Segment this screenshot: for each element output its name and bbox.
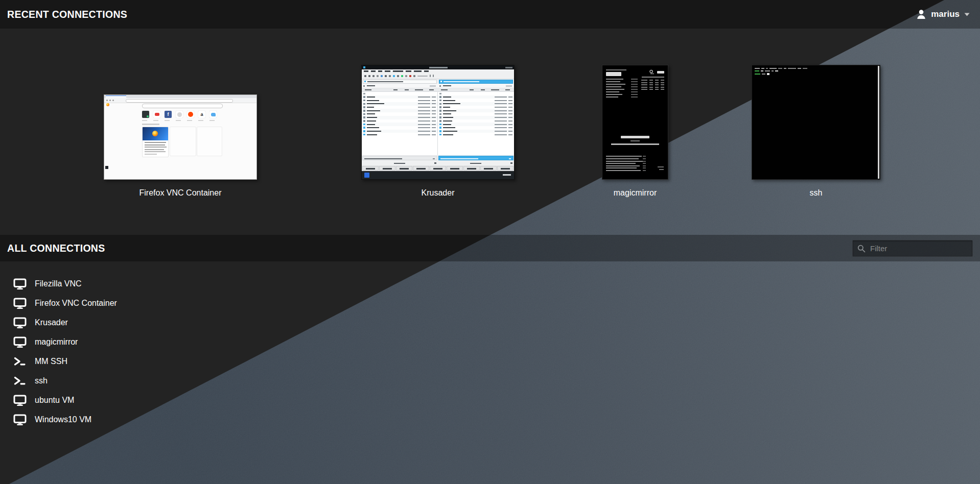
decor	[438, 92, 514, 155]
decor	[367, 131, 381, 132]
decor	[418, 127, 430, 128]
decor	[418, 113, 430, 114]
decor	[367, 81, 403, 82]
decor	[14, 318, 26, 326]
top-bar: RECENT CONNECTIONS marius	[0, 0, 980, 29]
decor	[17, 424, 23, 425]
decor	[177, 112, 182, 117]
decor	[439, 110, 441, 112]
decor	[363, 130, 365, 132]
decor	[15, 358, 20, 365]
decor	[377, 75, 379, 77]
decor	[363, 103, 365, 105]
recent-connection-magicmirror[interactable]: magicmirror	[602, 65, 668, 180]
connection-item-ubuntu-vm[interactable]: ubuntu VM	[0, 391, 89, 410]
decor	[365, 89, 371, 90]
decor	[362, 116, 437, 119]
decor	[438, 102, 514, 106]
decor	[147, 115, 149, 117]
decor	[775, 70, 778, 71]
connection-item-filezilla-vnc[interactable]: Filezilla VNC	[0, 274, 97, 294]
decor	[416, 168, 426, 170]
connection-item-magicmirror[interactable]: magicmirror	[0, 332, 93, 352]
decor: a	[198, 111, 205, 118]
decor	[188, 112, 193, 117]
decor	[18, 326, 21, 327]
decor	[367, 117, 377, 118]
decor	[362, 92, 438, 155]
decor	[606, 69, 638, 98]
decor	[443, 127, 455, 128]
decor	[755, 68, 807, 69]
decor	[965, 13, 970, 16]
firefox-logo-icon	[106, 103, 109, 106]
recent-connection-ssh[interactable]: ssh	[752, 65, 880, 180]
decor	[145, 147, 167, 148]
connection-item-ssh[interactable]: ssh	[0, 371, 63, 391]
decor	[362, 65, 514, 69]
decor	[415, 89, 423, 90]
decor	[367, 107, 374, 108]
connection-item-krusader[interactable]: Krusader	[0, 313, 83, 332]
decor	[606, 86, 621, 87]
decor	[862, 249, 865, 252]
decor	[470, 163, 481, 164]
decor	[105, 166, 108, 169]
connection-item-windows10-vm[interactable]: Windows10 VM	[0, 410, 107, 429]
decor	[394, 163, 405, 164]
connection-item-firefox-vnc-container[interactable]: Firefox VNC Container	[0, 294, 132, 313]
user-menu-button[interactable]: marius	[913, 9, 973, 20]
decor	[362, 84, 438, 88]
decor	[503, 174, 511, 176]
decor	[438, 84, 514, 88]
connection-item-mm-ssh[interactable]: MM SSH	[0, 352, 83, 371]
connection-name: ssh	[709, 188, 923, 198]
decor	[643, 165, 646, 166]
decor	[439, 85, 441, 87]
decor	[606, 165, 646, 166]
decor	[362, 133, 437, 136]
browser-highlight-card	[142, 127, 169, 157]
decor	[643, 156, 646, 157]
decor	[17, 327, 23, 328]
recent-connection-firefox-vnc-container[interactable]: f a Firefox VNC Container	[104, 94, 257, 180]
decor	[18, 287, 21, 288]
decor	[631, 96, 638, 98]
decor	[363, 93, 365, 95]
filter-input[interactable]	[852, 240, 973, 257]
decor	[661, 82, 664, 83]
decor	[400, 168, 409, 170]
decor	[367, 85, 375, 86]
decor	[649, 80, 653, 81]
decor	[367, 100, 379, 101]
decor	[211, 113, 216, 116]
decor	[104, 98, 256, 103]
decor	[363, 80, 437, 84]
section-title: ALL CONNECTIONS	[7, 243, 105, 254]
decor	[176, 111, 183, 118]
recent-connection-krusader[interactable]: Krusader	[361, 65, 515, 180]
decor	[606, 158, 639, 159]
decor	[142, 124, 159, 125]
decor	[434, 162, 436, 164]
decor	[378, 70, 382, 72]
decor	[439, 93, 441, 95]
terminal-icon	[13, 376, 27, 386]
connection-label: ssh	[35, 376, 48, 385]
decor	[414, 70, 422, 72]
decor	[15, 377, 20, 384]
decor	[659, 169, 664, 170]
decor	[463, 166, 480, 171]
decor	[432, 120, 436, 122]
search-icon	[857, 245, 866, 253]
decor	[501, 168, 510, 170]
decor	[145, 144, 165, 146]
decor	[383, 168, 392, 170]
decor	[418, 134, 430, 135]
decor	[495, 103, 507, 104]
decor	[606, 158, 646, 159]
decor	[367, 113, 375, 114]
decor	[606, 89, 638, 90]
decor	[17, 288, 23, 289]
connection-thumbnail	[602, 65, 668, 180]
